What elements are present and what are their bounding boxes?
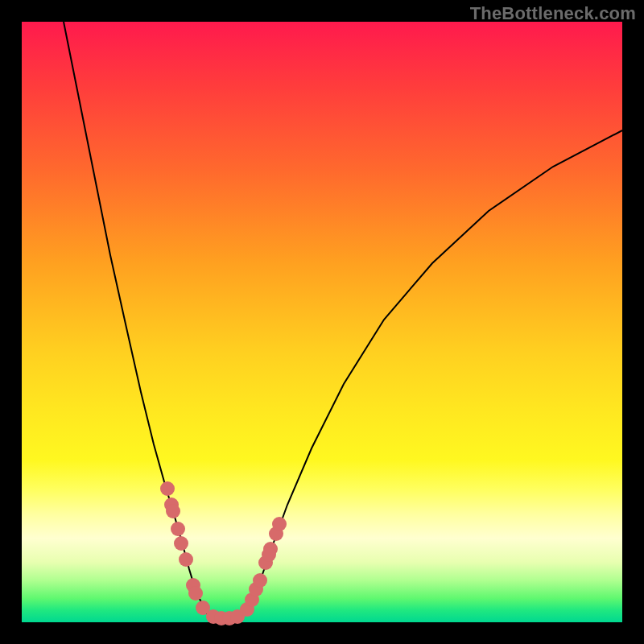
plot-area [22, 22, 622, 622]
data-point [174, 536, 188, 551]
data-point [166, 504, 180, 518]
data-point [179, 552, 193, 567]
watermark-text: TheBottleneck.com [470, 3, 636, 24]
chart-frame: TheBottleneck.com [0, 0, 644, 644]
bottleneck-curve [64, 22, 622, 619]
data-point [188, 586, 203, 601]
data-point [272, 517, 287, 531]
data-points [160, 481, 287, 625]
data-point [160, 481, 175, 496]
data-point [262, 547, 276, 562]
data-point [253, 573, 267, 588]
curve-svg [22, 22, 622, 622]
data-point [171, 522, 185, 536]
